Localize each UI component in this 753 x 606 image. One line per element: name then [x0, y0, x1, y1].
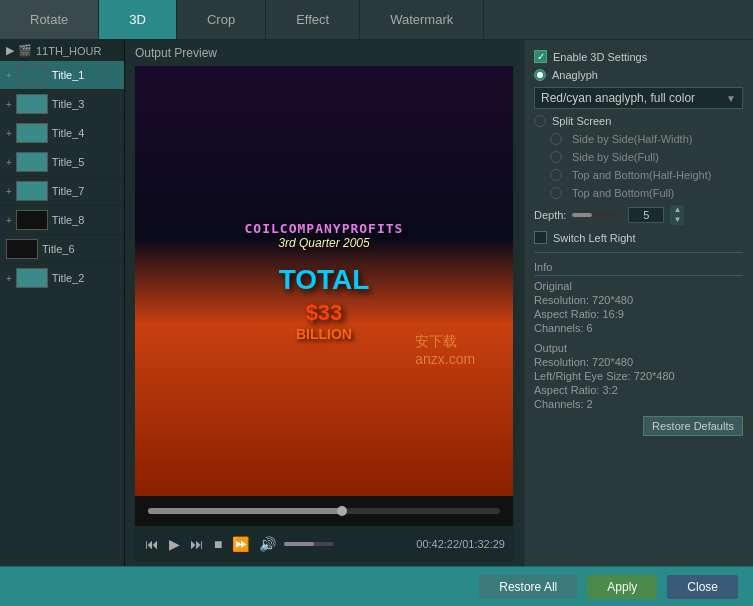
original-resolution: Resolution: 720*480 — [534, 294, 743, 306]
thumb-title8 — [16, 210, 48, 230]
progress-bar[interactable] — [148, 508, 500, 514]
divider — [534, 252, 743, 253]
original-channels: Channels: 6 — [534, 322, 743, 334]
depth-input[interactable] — [628, 207, 664, 223]
tab-effect[interactable]: Effect — [266, 0, 360, 39]
thumb-title2 — [16, 268, 48, 288]
anaglyph-row: Anaglyph — [534, 69, 743, 81]
apply-button[interactable]: Apply — [587, 575, 657, 599]
restore-defaults-button[interactable]: Restore Defaults — [643, 416, 743, 436]
split-option-3-label: Top and Bottom(Half-Height) — [572, 169, 711, 181]
anaglyph-radio[interactable] — [534, 69, 546, 81]
switch-lr-label: Switch Left Right — [553, 232, 636, 244]
sidebar-title: 11TH_HOUR — [36, 45, 101, 57]
sidebar-item-title8[interactable]: + Title_8 — [0, 206, 124, 235]
depth-slider-fill — [572, 213, 592, 217]
add-icon: + — [6, 128, 12, 139]
enable-3d-row: ✓ Enable 3D Settings — [534, 50, 743, 63]
sidebar-header: ▶ 🎬 11TH_HOUR — [0, 40, 124, 61]
progress-fill — [148, 508, 342, 514]
depth-row: Depth: ▲ ▼ — [534, 205, 743, 225]
sidebar-item-title7[interactable]: + Title_7 — [0, 177, 124, 206]
sidebar-icon: 🎬 — [18, 44, 32, 57]
switch-lr-checkbox[interactable] — [534, 231, 547, 244]
add-icon: + — [6, 186, 12, 197]
sidebar-label-title1: Title_1 — [52, 69, 85, 81]
sidebar-label-title8: Title_8 — [52, 214, 85, 226]
thumb-title4 — [16, 123, 48, 143]
split-full-radio[interactable] — [550, 151, 562, 163]
split-screen-radio[interactable] — [534, 115, 546, 127]
split-option-4-label: Top and Bottom(Full) — [572, 187, 674, 199]
anaglyph-dropdown[interactable]: Red/cyan anaglyph, full color ▼ — [534, 87, 743, 109]
tab-crop[interactable]: Crop — [177, 0, 266, 39]
progress-thumb[interactable] — [337, 506, 347, 516]
thumb-title7 — [16, 181, 48, 201]
video-text-billion: BILLION — [296, 326, 352, 342]
thumb-title3 — [16, 94, 48, 114]
sidebar-label-title7: Title_7 — [52, 185, 85, 197]
right-panel: ✓ Enable 3D Settings Anaglyph Red/cyan a… — [523, 40, 753, 566]
depth-slider[interactable] — [572, 213, 622, 217]
video-content: COILCOMPANYPROFITS 3rd Quarter 2005 TOTA… — [135, 66, 513, 496]
split-option-1-label: Side by Side(Half-Width) — [572, 133, 692, 145]
volume-icon: 🔊 — [257, 534, 278, 554]
radio-dot — [537, 72, 543, 78]
tab-rotate[interactable]: Rotate — [0, 0, 99, 39]
sidebar-item-title2[interactable]: + Title_2 — [0, 264, 124, 293]
original-label: Original — [534, 280, 743, 292]
restore-all-button[interactable]: Restore All — [479, 575, 577, 599]
skip-to-start-button[interactable]: ⏮ — [143, 534, 161, 554]
video-text-amount: $33 — [306, 300, 343, 326]
sidebar-item-title4[interactable]: + Title_4 — [0, 119, 124, 148]
video-text-company: COILCOMPANYPROFITS — [245, 221, 404, 236]
video-watermark: 安下载anzx.com — [415, 333, 475, 367]
time-display: 00:42:22/01:32:29 — [416, 538, 505, 550]
enable-3d-checkbox[interactable]: ✓ — [534, 50, 547, 63]
split-half-width-radio[interactable] — [550, 133, 562, 145]
add-icon: + — [6, 99, 12, 110]
anaglyph-label: Anaglyph — [552, 69, 598, 81]
checkmark-icon: ✓ — [537, 51, 545, 62]
add-icon: + — [6, 157, 12, 168]
sidebar-item-title1[interactable]: + Title_1 — [0, 61, 124, 90]
split-top-full-radio[interactable] — [550, 187, 562, 199]
preview-label: Output Preview — [125, 40, 523, 66]
sidebar-item-title6[interactable]: Title_6 — [0, 235, 124, 264]
main-layout: ▶ 🎬 11TH_HOUR + Title_1 + Title_3 + Titl… — [0, 40, 753, 566]
volume-slider[interactable] — [284, 542, 334, 546]
next-frame-button[interactable]: ⏭ — [188, 534, 206, 554]
video-text-quarter: 3rd Quarter 2005 — [278, 236, 369, 250]
output-label: Output — [534, 342, 743, 354]
play-button[interactable]: ▶ — [167, 534, 182, 554]
sidebar-item-title3[interactable]: + Title_3 — [0, 90, 124, 119]
tab-3d[interactable]: 3D — [99, 0, 177, 39]
stop-button[interactable]: ■ — [212, 534, 224, 554]
enable-3d-label: Enable 3D Settings — [553, 51, 647, 63]
sidebar-label-title4: Title_4 — [52, 127, 85, 139]
close-button[interactable]: Close — [667, 575, 738, 599]
add-icon: + — [6, 215, 12, 226]
output-eye-size: Left/Right Eye Size: 720*480 — [534, 370, 743, 382]
sidebar-expand-icon[interactable]: ▶ — [6, 44, 14, 57]
dropdown-value: Red/cyan anaglyph, full color — [541, 91, 695, 105]
split-option-1-row: Side by Side(Half-Width) — [550, 133, 743, 145]
depth-increment-button[interactable]: ▲ — [670, 205, 684, 215]
output-channels: Channels: 2 — [534, 398, 743, 410]
depth-decrement-button[interactable]: ▼ — [670, 215, 684, 225]
split-screen-row: Split Screen — [534, 115, 743, 127]
split-options: Side by Side(Half-Width) Side by Side(Fu… — [550, 133, 743, 199]
depth-spinner: ▲ ▼ — [670, 205, 684, 225]
split-option-2-label: Side by Side(Full) — [572, 151, 659, 163]
sidebar-label-title6: Title_6 — [42, 243, 75, 255]
split-option-4-row: Top and Bottom(Full) — [550, 187, 743, 199]
info-section-title: Info — [534, 261, 743, 276]
skip-forward-button[interactable]: ⏩ — [230, 534, 251, 554]
video-preview: COILCOMPANYPROFITS 3rd Quarter 2005 TOTA… — [135, 66, 513, 496]
sidebar-item-title5[interactable]: + Title_5 — [0, 148, 124, 177]
thumb-title1 — [16, 65, 48, 85]
tab-watermark[interactable]: Watermark — [360, 0, 484, 39]
add-icon: + — [6, 70, 12, 81]
split-top-half-radio[interactable] — [550, 169, 562, 181]
split-screen-label: Split Screen — [552, 115, 611, 127]
